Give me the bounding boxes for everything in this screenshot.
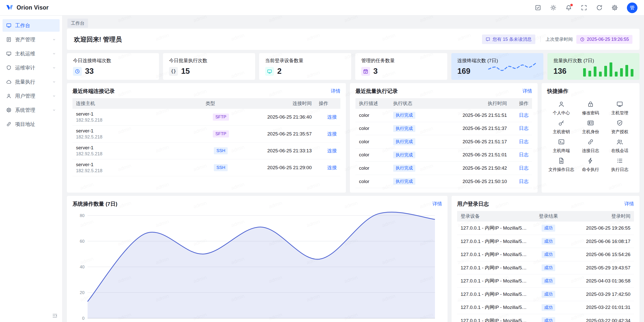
sidebar-item-assets[interactable]: 资产管理 xyxy=(3,33,60,46)
column-header: 登录设备 xyxy=(457,211,531,222)
login-result-badge: 成功 xyxy=(542,304,555,311)
log-link[interactable]: 日志 xyxy=(519,126,529,131)
connect-link[interactable]: 连接 xyxy=(327,131,337,136)
quick-action-label: 修改密码 xyxy=(582,110,599,116)
theme-light-icon[interactable] xyxy=(550,5,556,11)
breadcrumb-item-workbench[interactable]: 工作台 xyxy=(67,19,88,28)
quick-action-file-op-log[interactable]: 文件操作日志 xyxy=(547,157,575,172)
quick-action-personal-center[interactable]: 个人中心 xyxy=(547,101,575,116)
chevron-down-icon xyxy=(52,94,56,98)
sidebar-footer xyxy=(3,313,60,319)
login-result-badge: 成功 xyxy=(542,317,555,322)
login-device: 127.0.0.1 - 内网IP - Mozilla/5.0 (Windows … xyxy=(457,274,531,288)
quick-actions-grid: 个人中心修改密码主机管理主机密钥主机身份资产授权主机终端连接日志在线会话文件操作… xyxy=(547,101,634,172)
notification-bell-icon[interactable] xyxy=(566,5,572,11)
quick-action-change-password[interactable]: 修改密码 xyxy=(576,101,605,116)
quick-action-label: 主机终端 xyxy=(553,148,570,154)
exec-description: color xyxy=(355,122,390,135)
login-result-badge: 成功 xyxy=(542,251,555,258)
quick-action-online-session[interactable]: 在线会话 xyxy=(606,138,634,154)
sidebar-item-batch-exec[interactable]: 批量执行 xyxy=(3,76,60,88)
connect-link[interactable]: 连接 xyxy=(327,148,337,153)
quick-action-command-exec[interactable]: 命令执行 xyxy=(576,157,605,172)
chevron-down-icon xyxy=(52,66,56,70)
system-operations-chart-card: 系统操作数量 (7日) 详情 0204060802025-06-192025-0… xyxy=(67,196,448,322)
quick-action-connect-log[interactable]: 连接日志 xyxy=(576,138,605,154)
table-row: color执行完成2025-06-25 21:51:01日志 xyxy=(355,148,532,162)
quick-action-host-key[interactable]: 主机密钥 xyxy=(547,120,575,135)
login-logs-card: 用户登录日志 详情 登录设备 登录结果 登录时间 127.0.0.1 - 内网I… xyxy=(452,196,639,322)
quick-actions-title: 快捷操作 xyxy=(547,88,568,95)
exec-time: 2025-06-25 21:50:42 xyxy=(437,162,510,175)
stat-card-1: 今日连接终端次数33 xyxy=(67,53,159,80)
app-logo: Orion Visor xyxy=(6,4,49,12)
table-row: color执行完成2025-06-25 21:51:37日志 xyxy=(355,122,532,135)
main-content: 工作台 欢迎回来! 管理员 您有 15 条未读消息 上次登录时间 2025-06… xyxy=(62,16,644,322)
quick-action-label: 主机管理 xyxy=(611,110,628,116)
settings-gear-icon[interactable] xyxy=(612,5,618,11)
quick-action-label: 个人中心 xyxy=(553,110,570,116)
stat-card-4: 管理的任务数量3 xyxy=(355,53,447,80)
sidebar-item-system[interactable]: 系统管理 xyxy=(3,104,60,116)
quick-action-label: 连接日志 xyxy=(582,148,599,154)
sidebar-item-audit[interactable]: 运维审计 xyxy=(3,61,60,74)
quick-action-host-manage[interactable]: 主机管理 xyxy=(606,101,634,116)
column-header: 连接时间 xyxy=(240,98,315,109)
batch-records-card: 最近批量执行记录 详情 执行描述 执行状态 执行时间 操作 color执行完成2… xyxy=(350,83,538,193)
login-device: 127.0.0.1 - 内网IP - Mozilla/5.0 (Windows … xyxy=(457,248,531,261)
protocol-tag: SSH xyxy=(214,147,228,154)
log-link[interactable]: 日志 xyxy=(519,179,529,184)
chat-icon xyxy=(486,37,490,42)
terminal-records-detail-link[interactable]: 详情 xyxy=(331,88,340,94)
batch-records-detail-link[interactable]: 详情 xyxy=(522,88,532,94)
bottom-row: 系统操作数量 (7日) 详情 0204060802025-06-192025-0… xyxy=(67,196,639,322)
sidebar-item-label: 项目地址 xyxy=(15,121,35,128)
menu-fold-icon[interactable] xyxy=(52,313,58,318)
user-avatar[interactable]: 管 xyxy=(627,3,637,13)
quick-action-label: 文件操作日志 xyxy=(548,167,574,172)
sidebar-item-workbench[interactable]: 工作台 xyxy=(3,19,60,32)
quick-action-exec-log[interactable]: 执行日志 xyxy=(606,157,634,172)
exec-time: 2025-06-25 21:51:17 xyxy=(437,135,510,149)
asset-list-icon xyxy=(6,37,12,42)
sidebar-item-project[interactable]: 项目地址 xyxy=(3,118,60,130)
sidebar-item-users[interactable]: 用户管理 xyxy=(3,90,60,102)
connect-time: 2025-06-25 21:33:13 xyxy=(240,142,315,159)
breadcrumb: 工作台 xyxy=(67,18,639,28)
svg-text:20: 20 xyxy=(80,290,85,295)
login-time: 2025-06-06 15:54:26 xyxy=(566,248,634,261)
batch-records-table: 执行描述 执行状态 执行时间 操作 color执行完成2025-06-25 21… xyxy=(355,98,532,188)
refresh-icon[interactable] xyxy=(596,5,602,11)
system-chart-detail-link[interactable]: 详情 xyxy=(432,201,442,207)
stats-row: 今日连接终端次数33今日批量执行次数{}15当前登录设备数量2管理的任务数量3连… xyxy=(67,53,639,80)
column-header: 执行描述 xyxy=(355,98,390,109)
login-logs-detail-link[interactable]: 详情 xyxy=(624,201,634,207)
audit-shield-icon xyxy=(6,65,12,70)
sidebar-item-host-ops[interactable]: 主机运维 xyxy=(3,47,60,60)
topbar-actions: 管 xyxy=(535,3,637,13)
todo-check-icon[interactable] xyxy=(535,5,541,11)
log-link[interactable]: 日志 xyxy=(519,139,529,144)
exec-status-badge: 执行完成 xyxy=(393,138,415,145)
log-link[interactable]: 日志 xyxy=(519,152,529,157)
monitor-icon xyxy=(616,101,623,108)
table-row: server-1182.92.5.218SFTP2025-06-25 21:36… xyxy=(72,109,340,126)
quick-action-host-identity[interactable]: 主机身份 xyxy=(576,120,605,135)
login-logs-table: 登录设备 登录结果 登录时间 127.0.0.1 - 内网IP - Mozill… xyxy=(457,211,634,322)
protocol-tag: SFTP xyxy=(213,130,229,137)
list-icon xyxy=(616,157,623,164)
log-link[interactable]: 日志 xyxy=(519,113,529,118)
unread-messages-badge[interactable]: 您有 15 条未读消息 xyxy=(482,34,535,44)
login-result-badge: 成功 xyxy=(542,225,555,232)
exec-time: 2025-06-25 21:51:01 xyxy=(437,148,510,162)
table-row: 127.0.0.1 - 内网IP - Mozilla/5.0 (Windows … xyxy=(457,288,634,301)
link-icon xyxy=(587,138,594,145)
fullscreen-icon[interactable] xyxy=(581,5,587,11)
connect-link[interactable]: 连接 xyxy=(327,165,337,170)
quick-action-asset-grant[interactable]: 资产授权 xyxy=(606,120,634,135)
quick-action-host-terminal[interactable]: 主机终端 xyxy=(547,138,575,154)
terminal-records-title: 最近终端连接记录 xyxy=(72,88,115,95)
connect-link[interactable]: 连接 xyxy=(327,114,337,120)
log-link[interactable]: 日志 xyxy=(519,165,529,171)
app-title: Orion Visor xyxy=(17,4,49,11)
